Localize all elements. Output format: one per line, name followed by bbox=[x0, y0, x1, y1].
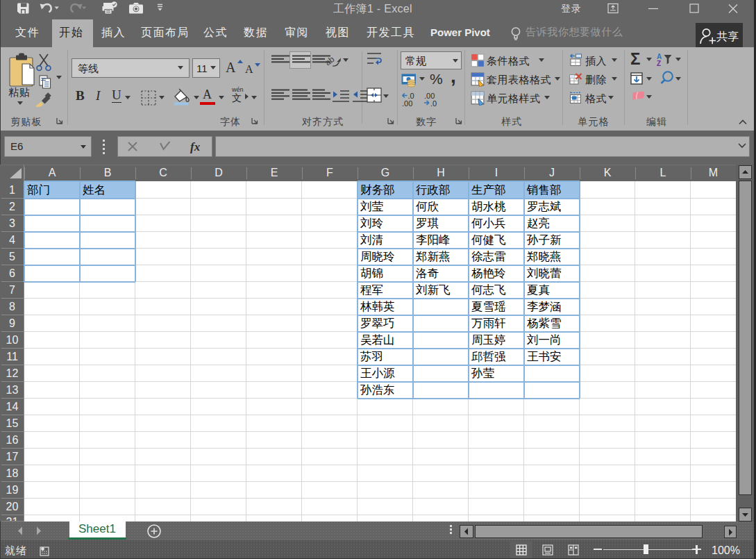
svg-text:Z: Z bbox=[657, 60, 661, 67]
svg-text:.00: .00 bbox=[402, 99, 412, 108]
svg-text:fx: fx bbox=[190, 140, 201, 153]
svg-text:A: A bbox=[657, 53, 662, 60]
svg-text:.0: .0 bbox=[430, 99, 437, 108]
